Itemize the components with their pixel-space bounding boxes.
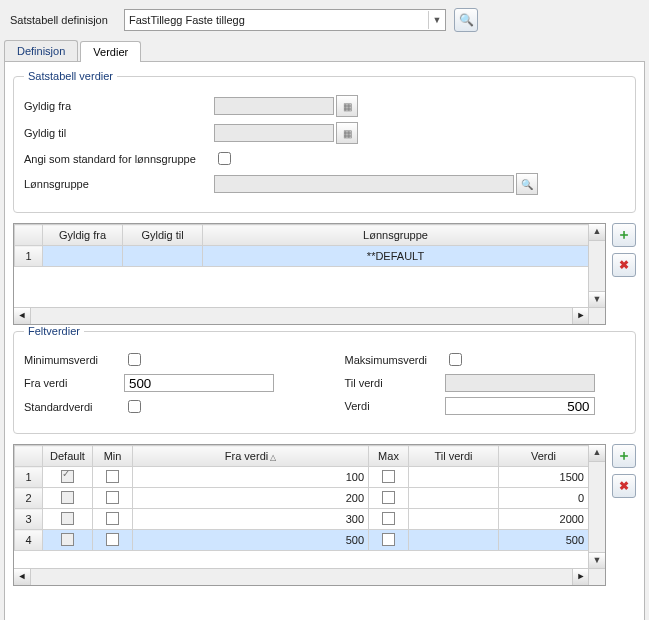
col-verdi[interactable]: Verdi — [499, 446, 589, 467]
checkbox-icon[interactable] — [106, 512, 119, 525]
delete-icon: ✖ — [619, 258, 629, 272]
calendar-icon[interactable]: ▦ — [336, 122, 358, 144]
cell-max[interactable] — [369, 530, 409, 551]
add-period-button[interactable]: ＋ — [612, 223, 636, 247]
delete-period-button[interactable]: ✖ — [612, 253, 636, 277]
gyldig-til-input[interactable] — [214, 124, 334, 142]
col-gyldig-til[interactable]: Gyldig til — [123, 225, 203, 246]
delete-value-button[interactable]: ✖ — [612, 474, 636, 498]
scroll-left-icon[interactable]: ◄ — [14, 308, 31, 324]
scroll-corner — [588, 307, 605, 324]
cell-verdi[interactable]: 500 — [499, 530, 589, 551]
cell-max[interactable] — [369, 509, 409, 530]
cell-fra[interactable]: 200 — [133, 488, 369, 509]
col-lonnsgruppe[interactable]: Lønnsgruppe — [203, 225, 589, 246]
col-max[interactable]: Max — [369, 446, 409, 467]
calendar-icon[interactable]: ▦ — [336, 95, 358, 117]
table-row[interactable]: 33002000 — [15, 509, 589, 530]
cell-min[interactable] — [93, 509, 133, 530]
col-default[interactable]: Default — [43, 446, 93, 467]
tab-definisjon[interactable]: Definisjon — [4, 40, 78, 61]
cell-default[interactable] — [43, 509, 93, 530]
scroll-down-icon[interactable]: ▼ — [589, 291, 605, 308]
til-verdi-input[interactable] — [445, 374, 595, 392]
cell-default[interactable] — [43, 530, 93, 551]
corner-header[interactable] — [15, 446, 43, 467]
horizontal-scrollbar[interactable]: ◄► — [14, 307, 589, 324]
cell-verdi[interactable]: 1500 — [499, 467, 589, 488]
table-row[interactable]: 22000 — [15, 488, 589, 509]
lonnsgruppe-input[interactable] — [214, 175, 514, 193]
checkbox-icon[interactable] — [382, 512, 395, 525]
search-icon[interactable]: 🔍 — [516, 173, 538, 195]
cell-verdi[interactable]: 2000 — [499, 509, 589, 530]
vertical-scrollbar[interactable]: ▲▼ — [588, 224, 605, 308]
checkbox-icon[interactable] — [106, 491, 119, 504]
angi-standard-checkbox[interactable] — [218, 152, 231, 165]
cell-min[interactable] — [93, 488, 133, 509]
col-fra-verdi[interactable]: Fra verdi△ — [133, 446, 369, 467]
add-value-button[interactable]: ＋ — [612, 444, 636, 468]
col-min[interactable]: Min — [93, 446, 133, 467]
scroll-right-icon[interactable]: ► — [572, 569, 589, 585]
checkbox-icon[interactable] — [61, 533, 74, 546]
row-header[interactable]: 1 — [15, 467, 43, 488]
scroll-left-icon[interactable]: ◄ — [14, 569, 31, 585]
cell-til[interactable] — [409, 467, 499, 488]
cell-default[interactable] — [43, 467, 93, 488]
periods-grid[interactable]: Gyldig fra Gyldig til Lønnsgruppe 1**DEF… — [13, 223, 606, 325]
scroll-right-icon[interactable]: ► — [572, 308, 589, 324]
scroll-down-icon[interactable]: ▼ — [589, 552, 605, 569]
horizontal-scrollbar[interactable]: ◄► — [14, 568, 589, 585]
search-button[interactable]: 🔍 — [454, 8, 478, 32]
cell-til[interactable] — [409, 509, 499, 530]
table-row[interactable]: 4500500 — [15, 530, 589, 551]
corner-header[interactable] — [15, 225, 43, 246]
checkbox-icon[interactable] — [382, 533, 395, 546]
satstabell-definisjon-combo[interactable]: FastTillegg Faste tillegg ▼ — [124, 9, 446, 31]
checkbox-icon[interactable] — [382, 470, 395, 483]
cell-fra[interactable]: 500 — [133, 530, 369, 551]
gyldig-fra-input[interactable] — [214, 97, 334, 115]
max-checkbox[interactable] — [449, 353, 462, 366]
table-row[interactable]: 1**DEFAULT — [15, 246, 589, 267]
chevron-down-icon[interactable]: ▼ — [428, 11, 445, 29]
checkbox-icon[interactable] — [61, 512, 74, 525]
scroll-up-icon[interactable]: ▲ — [589, 445, 605, 462]
cell-max[interactable] — [369, 467, 409, 488]
checkbox-icon[interactable] — [106, 533, 119, 546]
cell-verdi[interactable]: 0 — [499, 488, 589, 509]
table-row[interactable]: 11001500 — [15, 467, 589, 488]
scroll-up-icon[interactable]: ▲ — [589, 224, 605, 241]
standardverdi-checkbox[interactable] — [128, 400, 141, 413]
checkbox-icon[interactable] — [61, 470, 74, 483]
checkbox-icon[interactable] — [61, 491, 74, 504]
verdi-input[interactable] — [445, 397, 595, 415]
cell-default[interactable] — [43, 488, 93, 509]
fra-verdi-input[interactable] — [124, 374, 274, 392]
col-gyldig-fra[interactable]: Gyldig fra — [43, 225, 123, 246]
values-grid[interactable]: Default Min Fra verdi△ Max Til verdi Ver… — [13, 444, 606, 586]
cell-til[interactable] — [409, 530, 499, 551]
checkbox-icon[interactable] — [382, 491, 395, 504]
til-verdi-label: Til verdi — [345, 377, 445, 389]
fra-verdi-label: Fra verdi — [24, 377, 124, 389]
cell-til[interactable] — [409, 488, 499, 509]
checkbox-icon[interactable] — [106, 470, 119, 483]
col-til-verdi[interactable]: Til verdi — [409, 446, 499, 467]
cell-min[interactable] — [93, 467, 133, 488]
cell-gyldig-til[interactable] — [123, 246, 203, 267]
min-checkbox[interactable] — [128, 353, 141, 366]
vertical-scrollbar[interactable]: ▲▼ — [588, 445, 605, 569]
row-header[interactable]: 4 — [15, 530, 43, 551]
cell-fra[interactable]: 100 — [133, 467, 369, 488]
cell-fra[interactable]: 300 — [133, 509, 369, 530]
row-header[interactable]: 1 — [15, 246, 43, 267]
cell-min[interactable] — [93, 530, 133, 551]
tab-verdier[interactable]: Verdier — [80, 41, 141, 62]
cell-max[interactable] — [369, 488, 409, 509]
cell-lonnsgruppe[interactable]: **DEFAULT — [203, 246, 589, 267]
cell-gyldig-fra[interactable] — [43, 246, 123, 267]
row-header[interactable]: 2 — [15, 488, 43, 509]
row-header[interactable]: 3 — [15, 509, 43, 530]
